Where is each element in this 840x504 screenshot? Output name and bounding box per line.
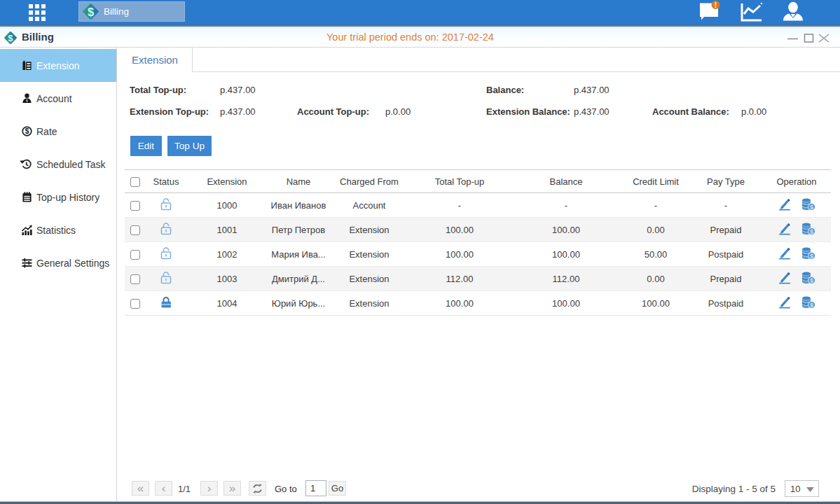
svg-text:!: ! xyxy=(715,1,717,9)
svg-text:$: $ xyxy=(8,33,13,43)
svg-text:$: $ xyxy=(88,6,94,18)
svg-text:$: $ xyxy=(25,127,29,135)
